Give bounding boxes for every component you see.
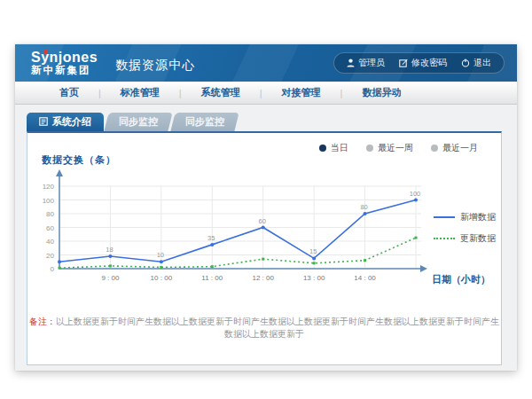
svg-text:120: 120	[43, 183, 55, 191]
tab-sync-monitor-1[interactable]: 同步监控	[104, 113, 172, 131]
svg-text:20: 20	[46, 252, 54, 260]
tab-label: 同步监控	[185, 115, 224, 129]
tab-label: 系统介绍	[52, 115, 91, 129]
filter-last-month[interactable]: 最近一月	[431, 142, 478, 154]
chart-panel: 当日 最近一周 最近一月 数据交换（条） 0204060801001209 : …	[27, 131, 502, 365]
filter-last-week[interactable]: 最近一周	[366, 142, 413, 154]
solid-line-icon	[434, 216, 455, 218]
filter-last-month-label: 最近一月	[442, 142, 478, 154]
legend-label: 更新数据	[460, 232, 496, 245]
user-menu: 管理员 修改密码 退出	[333, 52, 505, 74]
logo-chinese-name: 新中新集团	[31, 65, 98, 75]
svg-text:0: 0	[51, 265, 55, 273]
filter-today-label: 当日	[331, 142, 348, 154]
svg-text:100: 100	[410, 190, 421, 198]
tab-bar: 系统介绍 同步监控 同步监控	[27, 113, 237, 131]
main-nav: 首页 | 标准管理 | 系统管理 | 对接管理 | 数据异动	[15, 82, 517, 105]
svg-text:12 : 00: 12 : 00	[252, 274, 274, 282]
document-icon	[39, 117, 48, 128]
admin-user-button[interactable]: 管理员	[347, 57, 385, 69]
content-area: 系统介绍 同步监控 同步监控 当日 最近一周	[15, 105, 517, 371]
svg-text:60: 60	[259, 217, 266, 225]
filter-last-week-label: 最近一周	[378, 142, 413, 154]
logo-latin-name: Synjones	[31, 51, 98, 66]
edit-icon	[399, 59, 408, 67]
radio-unselected-icon	[366, 145, 373, 152]
app-window: Synjones 新中新集团 数据资源中心 管理员 修改密码 退出	[15, 44, 517, 371]
logout-label: 退出	[473, 57, 491, 69]
svg-text:100: 100	[43, 197, 55, 205]
x-axis-title: 日期（小时）	[432, 273, 490, 286]
nav-item-home[interactable]: 首页	[40, 86, 98, 99]
company-logo: Synjones 新中新集团	[31, 51, 98, 76]
svg-text:13 : 00: 13 : 00	[303, 274, 325, 282]
nav-item-system-mgmt[interactable]: 系统管理	[182, 86, 260, 99]
tab-sync-monitor-2[interactable]: 同步监控	[170, 113, 239, 131]
svg-text:18: 18	[106, 246, 113, 254]
logo-red-dot-icon	[43, 50, 48, 54]
user-icon	[347, 59, 355, 67]
footnote-prefix: 备注：	[29, 317, 56, 326]
tab-system-intro[interactable]: 系统介绍	[27, 113, 104, 131]
time-range-filters: 当日 最近一周 最近一月	[319, 142, 478, 154]
nav-item-standard-mgmt[interactable]: 标准管理	[101, 86, 179, 99]
app-header: Synjones 新中新集团 数据资源中心 管理员 修改密码 退出	[15, 44, 517, 82]
footnote-text: 以上数据更新于时间产生数据以上数据更新于时间产生数据以上数据更新于时间产生数据以…	[56, 317, 499, 339]
legend-item-updated-data: 更新数据	[434, 232, 496, 245]
svg-text:35: 35	[207, 234, 215, 242]
nav-item-data-change[interactable]: 数据异动	[342, 86, 420, 99]
svg-text:9 : 00: 9 : 00	[101, 274, 120, 282]
page-title: 数据资源中心	[115, 58, 195, 74]
tab-label: 同步监控	[119, 115, 158, 129]
svg-text:10: 10	[157, 251, 164, 259]
svg-text:40: 40	[46, 238, 54, 246]
radio-selected-icon	[319, 145, 326, 152]
dotted-line-icon	[434, 238, 455, 239]
logout-button[interactable]: 退出	[461, 57, 491, 69]
legend-label: 新增数据	[460, 211, 496, 223]
y-axis-title: 数据交换（条）	[42, 153, 116, 167]
svg-text:10 : 00: 10 : 00	[151, 274, 173, 282]
change-password-button[interactable]: 修改密码	[399, 57, 447, 69]
line-chart-svg: 0204060801001209 : 0010 : 0011 : 0012 : …	[35, 168, 432, 301]
radio-unselected-icon	[431, 145, 438, 152]
power-icon	[461, 59, 470, 67]
admin-user-label: 管理员	[358, 57, 385, 69]
svg-text:11 : 00: 11 : 00	[201, 274, 223, 282]
svg-text:80: 80	[46, 210, 54, 218]
footnote: 备注：以上数据更新于时间产生数据以上数据更新于时间产生数据以上数据更新于时间产生…	[27, 316, 501, 340]
chart-legend: 新增数据 更新数据	[434, 211, 496, 245]
nav-item-interface-mgmt[interactable]: 对接管理	[262, 86, 340, 99]
svg-text:60: 60	[46, 224, 54, 232]
change-password-label: 修改密码	[411, 57, 447, 69]
svg-text:15: 15	[309, 247, 317, 255]
svg-text:14 : 00: 14 : 00	[354, 274, 376, 282]
filter-today[interactable]: 当日	[319, 142, 348, 154]
legend-item-new-data: 新增数据	[434, 211, 496, 223]
line-chart: 0204060801001209 : 0010 : 0011 : 0012 : …	[35, 168, 432, 305]
svg-text:80: 80	[360, 203, 367, 211]
